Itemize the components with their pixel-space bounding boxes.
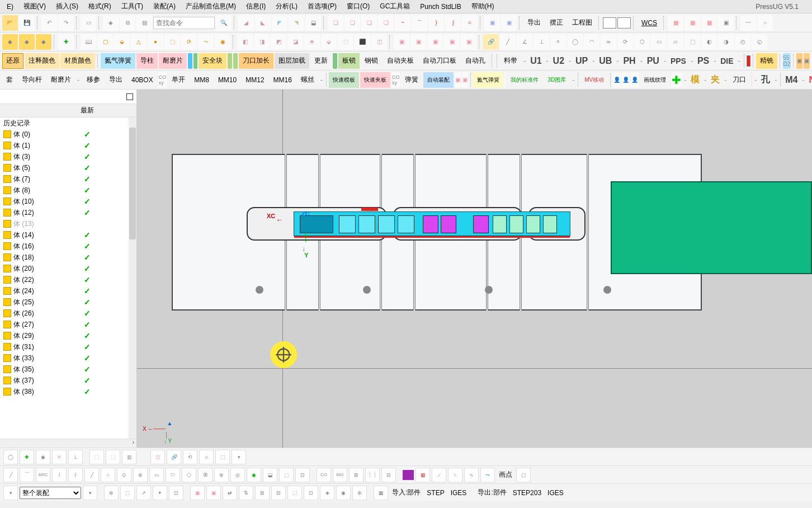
surf2-icon[interactable]: ◣ [255,15,271,31]
circle-icon[interactable]: ○ [757,15,773,31]
jingxi-btn[interactable]: 精铣 [756,53,777,69]
save-icon[interactable]: 💾 [19,15,35,31]
arc2-icon[interactable]: ⌒ [20,468,34,482]
copy-xy-icon[interactable]: COxy [158,72,167,88]
ph-label[interactable]: PH [621,56,638,66]
menu-assembly[interactable]: 装配(A) [149,1,180,12]
arc-text-icon[interactable]: ARC [36,468,50,482]
wearplate-btn[interactable]: 耐磨片 [159,53,187,69]
wire4-icon[interactable]: ▣ [718,15,734,31]
cone-icon[interactable]: △ [131,34,147,50]
bt14-icon[interactable]: ▾ [232,450,246,464]
tree-item[interactable]: 体 (10)✓ [0,196,136,207]
sleeve-btn[interactable]: 套 [2,72,17,88]
quick-clamp-btn[interactable]: 快速夹板 [360,72,390,88]
menu-pmi[interactable]: 产品制造信息(M) [181,1,240,12]
tree-item[interactable]: 体 (5)✓ [0,162,136,173]
single-open-btn[interactable]: 单开 [168,72,189,88]
arr2-icon[interactable]: ⋮⋮ [365,468,380,482]
hatch4-icon[interactable]: ∿ [464,468,479,482]
update-btn[interactable]: 更新 [310,53,332,69]
history-tree[interactable]: 历史记录 体 (0)✓体 (1)✓体 (3)✓体 (5)✓体 (7)✓体 (8)… [0,117,136,439]
sk1-icon[interactable]: ╱ [500,34,516,50]
menu-info[interactable]: 信息(I) [242,1,270,12]
surf1-icon[interactable]: ◢ [238,15,254,31]
guidepost-btn[interactable]: 导柱 [136,53,158,69]
pps-label[interactable]: PPS [668,57,688,65]
window-mode-icon[interactable]: ▭ [81,15,96,31]
mm10-btn[interactable]: MM10 [214,72,240,88]
book-icon[interactable]: 📖 [81,34,96,50]
solid4-icon[interactable]: ◪ [287,34,303,50]
green-sq-icon[interactable] [193,53,198,69]
bt10-icon[interactable]: 🔗 [167,450,181,464]
menu-prefs[interactable]: 首选项(P) [303,1,341,12]
arr3-icon[interactable]: ⊟ [381,468,396,482]
up-label[interactable]: UP [573,56,590,66]
wear-pad-btn[interactable]: 耐磨片 [47,72,75,88]
tree-item[interactable]: 体 (7)✓ [0,173,136,185]
assembly-select[interactable]: 整个装配 [20,487,81,499]
my-std-btn[interactable]: 我的标准件 [507,72,542,88]
mm12-btn[interactable]: MM12 [242,72,268,88]
wire1-icon[interactable]: ▦ [668,15,683,31]
pt7-icon[interactable]: ⊡ [295,468,310,482]
surf4-icon[interactable]: ◥ [289,15,304,31]
ab1-icon[interactable]: ▣ [796,53,802,69]
tree-item[interactable]: 体 (12)✓ [0,207,136,218]
hatch3-icon[interactable]: ∿ [448,468,462,482]
tree-item[interactable]: 体 (13) [0,218,136,229]
s17-icon[interactable]: ⊗ [352,486,367,500]
bt13-icon[interactable]: ⬚ [215,450,230,464]
pink1-icon[interactable]: ▣ [394,34,409,50]
sk4-icon[interactable]: × [550,34,566,50]
layer-load-btn[interactable]: 图层加载 [275,53,309,69]
tree-item[interactable]: 体 (24)✓ [0,285,136,297]
line-icon[interactable]: ╱ [3,468,18,482]
surf3-icon[interactable]: ◤ [272,15,287,31]
tree-item[interactable]: 体 (20)✓ [0,263,136,274]
tree-item[interactable]: 体 (38)✓ [0,386,136,397]
menu-gctoolbox[interactable]: GC工具箱 [375,1,414,12]
auto-dieplate-btn[interactable]: 自动刀口板 [419,53,460,69]
profile1-icon[interactable]: 👤 [613,72,621,88]
sheet4-icon[interactable]: ❑ [378,15,394,31]
s10-icon[interactable]: ⇅ [239,486,253,500]
revolve-icon[interactable]: ⟳ [181,34,197,50]
scroll-right-icon[interactable]: › [133,439,134,448]
solid8-icon[interactable]: ⬛ [355,34,370,50]
solid3-icon[interactable]: ◩ [271,34,286,50]
link1-icon[interactable]: 🔗 [483,34,499,50]
u2-label[interactable]: U2 [551,56,566,66]
solid9-icon[interactable]: ◫ [371,34,387,50]
sk5-icon[interactable]: ◯ [567,34,583,50]
kong-label[interactable]: 孔 [759,74,772,86]
color-swatch-1[interactable] [603,17,616,29]
export-button[interactable]: 导出 [523,15,545,31]
strip-btn[interactable]: 料带 [500,53,521,69]
copy2-icon[interactable]: COxy [391,72,400,88]
refresh-icon[interactable]: ◈ [103,15,119,31]
bt11-icon[interactable]: ⟲ [183,450,197,464]
die-label[interactable]: DIE [718,57,735,65]
sk16-icon[interactable]: ◵ [752,34,767,50]
menu-format[interactable]: 格式(R) [84,1,116,12]
gold3-icon[interactable]: ◆ [36,34,51,50]
profile2-icon[interactable]: 👤 [622,72,630,88]
pt1-icon[interactable]: ⦿ [198,468,213,482]
command-search-input[interactable] [153,17,215,29]
s15-icon[interactable]: ◈ [320,486,334,500]
m4-label[interactable]: M4 [783,75,800,85]
line3-icon[interactable]: / [68,468,83,482]
tree-item[interactable]: 体 (18)✓ [0,252,136,263]
copy3-icon[interactable]: CO [317,468,331,482]
gold1-icon[interactable]: ◆ [2,34,18,50]
ab2-icon[interactable]: ▣ [804,53,810,69]
sk3-icon[interactable]: ⊥ [534,34,549,50]
undo-icon[interactable]: ↶ [41,15,57,31]
gold2-icon[interactable]: ◆ [19,34,35,50]
huadian-label[interactable]: 画点 [497,470,514,479]
edge-extend-btn[interactable]: 刀口加长 [239,53,273,69]
s13-icon[interactable]: ⬚ [287,486,302,500]
menu-insert[interactable]: 插入(S) [51,1,83,12]
